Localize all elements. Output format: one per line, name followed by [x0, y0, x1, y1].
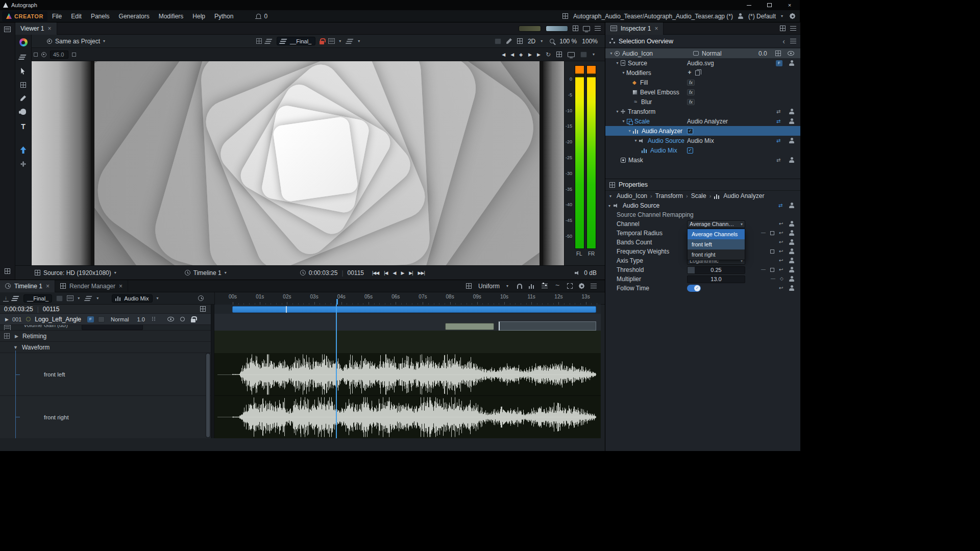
playhead[interactable]: [336, 305, 337, 438]
menu-generators[interactable]: Generators: [114, 10, 154, 22]
keyframe-icon[interactable]: [778, 203, 785, 208]
prop-group-audio-source[interactable]: ▾ Audio Source: [605, 201, 800, 210]
time-ruler[interactable]: 00s01s02s03s04s05s06s07s08s09s10s11s12s1…: [214, 292, 601, 305]
revert-icon[interactable]: [779, 267, 785, 272]
tree-row-audio-analyzer[interactable]: ▾ Audio Analyzer: [605, 126, 800, 136]
fx-icon[interactable]: [687, 99, 695, 105]
row-icon[interactable]: [4, 325, 11, 331]
menu-edit[interactable]: Edit: [66, 10, 86, 22]
revert-icon[interactable]: [779, 230, 785, 236]
tree-row-mask[interactable]: Mask: [605, 155, 800, 165]
stack-view-icon[interactable]: [347, 38, 354, 44]
user-icon[interactable]: [789, 248, 794, 254]
play-reverse-button[interactable]: ◀: [393, 270, 396, 276]
adjustment-icon[interactable]: [98, 316, 105, 322]
viewer-canvas[interactable]: [32, 61, 564, 265]
tree-row-fill[interactable]: Fill: [605, 78, 800, 87]
breadcrumb-audio-icon[interactable]: Audio_Icon: [617, 192, 647, 199]
minus-icon[interactable]: [761, 267, 766, 272]
volume-control[interactable]: 0 dB: [575, 269, 597, 277]
transform-tool-icon[interactable]: [20, 161, 26, 167]
menu-modifiers[interactable]: Modifiers: [154, 10, 188, 22]
expand-arrow-icon[interactable]: ▾: [615, 109, 620, 114]
tab-render-manager[interactable]: Render Manager ×: [55, 280, 128, 292]
revert-icon[interactable]: [779, 248, 785, 254]
user-icon[interactable]: [789, 267, 794, 272]
workspace-selector[interactable]: (*) Default: [748, 13, 776, 20]
row-options-icon[interactable]: [67, 295, 74, 301]
breadcrumb-audio-analyzer[interactable]: Audio Analyzer: [723, 192, 764, 199]
user-icon[interactable]: [789, 239, 794, 245]
viewer-menu-icon[interactable]: [595, 26, 601, 31]
tab-close-icon[interactable]: ×: [654, 25, 658, 32]
timeline-menu-icon[interactable]: [591, 283, 597, 289]
clipped-field[interactable]: [82, 325, 143, 330]
comp-settings-icon[interactable]: [56, 295, 63, 302]
rotation-field[interactable]: 45.0: [50, 51, 68, 59]
track-options-icon[interactable]: [542, 283, 548, 289]
user-icon[interactable]: [789, 203, 794, 208]
user-icon[interactable]: [789, 60, 794, 66]
panel-divider[interactable]: [211, 305, 214, 438]
tab-timeline-1[interactable]: Timeline 1 ×: [0, 280, 55, 292]
channel-view-icon[interactable]: [328, 38, 335, 44]
revert-icon[interactable]: [779, 239, 785, 245]
minus-icon[interactable]: [761, 230, 766, 236]
hand-tool-icon[interactable]: [20, 109, 26, 115]
scrollbar-thumb[interactable]: [206, 354, 210, 437]
multiplier-field[interactable]: 13.0: [687, 276, 745, 283]
tree-row-audio-icon[interactable]: ▾ Audio_Icon Normal 0.0: [605, 48, 800, 58]
user-icon[interactable]: [789, 258, 794, 263]
expand-arrow-icon[interactable]: ▾: [608, 51, 614, 56]
tree-row-source[interactable]: ▾ Source Audio.svg: [605, 58, 800, 68]
motion-blur-icon[interactable]: [87, 316, 94, 322]
dropdown-item-average-channels[interactable]: Average Channels: [688, 229, 745, 239]
target-icon[interactable]: [41, 52, 46, 57]
view-dimension-selector[interactable]: 2D: [528, 38, 535, 45]
channel-dropdown[interactable]: Average Chann… ▾: [687, 220, 745, 228]
tree-row-modifiers[interactable]: ▾ Modifiers: [605, 68, 800, 78]
user-icon[interactable]: [789, 157, 794, 163]
comp-stack-icon[interactable]: [13, 295, 19, 302]
collapse-arrow-icon[interactable]: ▼: [13, 345, 18, 350]
waveform-row[interactable]: ▼ Waveform: [0, 342, 211, 353]
eye-icon[interactable]: [167, 317, 174, 321]
monitor-icon[interactable]: [583, 26, 590, 31]
select-tool-icon[interactable]: [21, 68, 26, 74]
go-to-end-button[interactable]: ▶▶|: [418, 270, 425, 276]
prev-keyframe-icon[interactable]: ◀: [502, 52, 505, 57]
expand-arrow-icon[interactable]: ▾: [627, 129, 632, 133]
fx-icon[interactable]: [687, 89, 695, 95]
go-to-start-button[interactable]: |◀◀: [372, 270, 379, 276]
drag-handle-icon[interactable]: [152, 317, 156, 321]
retiming-row[interactable]: ▶ Retiming: [0, 331, 211, 342]
grid-tool-icon[interactable]: [20, 82, 26, 88]
tab-close-icon[interactable]: ×: [47, 25, 51, 32]
expression-icon[interactable]: [770, 249, 774, 254]
maximize-button[interactable]: [759, 0, 779, 10]
menu-help[interactable]: Help: [188, 10, 210, 22]
gamma-swatch[interactable]: [546, 26, 568, 32]
keyframe-icon[interactable]: [776, 138, 782, 143]
row-settings-icon[interactable]: [200, 306, 206, 312]
paste-icon[interactable]: [695, 70, 700, 76]
menu-file[interactable]: File: [47, 10, 66, 22]
layer-blend-mode[interactable]: Normal: [111, 316, 129, 322]
keyframe-icon[interactable]: [776, 157, 782, 163]
expand-arrow-icon[interactable]: ▾: [608, 204, 610, 208]
tab-close-icon[interactable]: ×: [119, 283, 122, 290]
timeline-selector[interactable]: Timeline 1: [185, 269, 229, 277]
pen-tool-icon[interactable]: [20, 95, 26, 101]
lock-icon[interactable]: [320, 41, 324, 44]
tab-viewer-1[interactable]: Viewer 1 ×: [15, 22, 57, 35]
next-keyframe-icon[interactable]: ▶: [537, 52, 540, 57]
expression-icon[interactable]: [770, 231, 774, 235]
minus-icon[interactable]: [771, 276, 775, 282]
blend-mode[interactable]: Normal: [702, 50, 722, 57]
viewed-comp[interactable]: __Final_: [277, 37, 315, 45]
expand-arrow-icon[interactable]: ▾: [621, 70, 626, 75]
breadcrumb-transform[interactable]: Transform: [655, 192, 683, 199]
opacity-value[interactable]: 0.0: [758, 50, 767, 57]
play-button[interactable]: ▶: [401, 270, 404, 276]
expand-arrow-icon[interactable]: ▶: [5, 317, 9, 322]
